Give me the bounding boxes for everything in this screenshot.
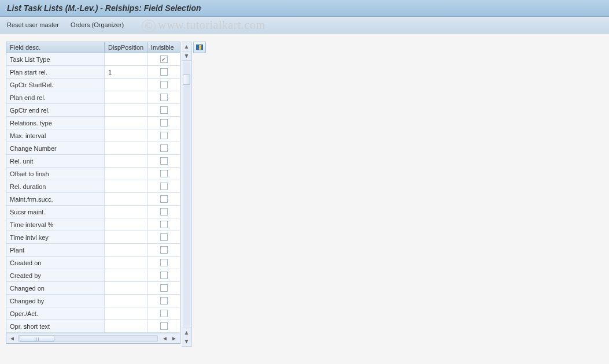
table-row[interactable]: GpCtr StartRel. bbox=[6, 79, 180, 91]
vertical-scrollbar[interactable]: ▲ ▼ ▲ ▼ bbox=[182, 42, 192, 347]
table-row[interactable]: Relations. type bbox=[6, 117, 180, 129]
invisible-checkbox[interactable] bbox=[160, 322, 168, 330]
cell-disp-position[interactable] bbox=[105, 206, 147, 218]
invisible-checkbox[interactable] bbox=[160, 183, 168, 190]
cell-invisible bbox=[147, 218, 180, 231]
invisible-checkbox[interactable] bbox=[160, 132, 168, 139]
cell-field-desc: GpCtr end rel. bbox=[6, 104, 105, 116]
cell-invisible bbox=[147, 104, 180, 116]
cell-disp-position[interactable] bbox=[105, 320, 147, 332]
reset-user-master-button[interactable]: Reset user master bbox=[7, 21, 59, 28]
cell-disp-position[interactable] bbox=[105, 53, 147, 65]
cell-disp-position[interactable] bbox=[105, 104, 147, 116]
table-row[interactable]: Sucsr maint. bbox=[6, 206, 180, 218]
table-settings-icon bbox=[196, 44, 203, 50]
table-row[interactable]: Changed on bbox=[6, 282, 180, 295]
table-row[interactable]: Created by bbox=[6, 269, 180, 282]
invisible-checkbox[interactable] bbox=[160, 119, 168, 127]
table-row[interactable]: Rel. duration bbox=[6, 180, 180, 193]
cell-disp-position[interactable] bbox=[105, 193, 147, 205]
table-row[interactable]: Offset to finsh bbox=[6, 168, 180, 180]
cell-disp-position[interactable] bbox=[105, 180, 147, 192]
orders-organizer-button[interactable]: Orders (Organizer) bbox=[71, 21, 124, 28]
invisible-checkbox[interactable] bbox=[160, 106, 168, 114]
column-header-field-desc[interactable]: Field desc. bbox=[6, 42, 105, 53]
table-row[interactable]: Plan end rel. bbox=[6, 91, 180, 104]
invisible-checkbox[interactable] bbox=[160, 284, 168, 292]
cell-disp-position[interactable] bbox=[105, 257, 147, 269]
invisible-checkbox[interactable] bbox=[160, 81, 168, 88]
cell-disp-position[interactable] bbox=[105, 79, 147, 91]
cell-field-desc: Oper./Act. bbox=[6, 307, 105, 320]
invisible-checkbox[interactable] bbox=[160, 259, 168, 266]
cell-disp-position[interactable] bbox=[105, 244, 147, 256]
v-scroll-thumb[interactable] bbox=[183, 75, 190, 85]
cell-invisible bbox=[147, 168, 180, 180]
table-row[interactable]: GpCtr end rel. bbox=[6, 104, 180, 117]
invisible-checkbox[interactable] bbox=[160, 170, 168, 177]
table-row[interactable]: Task List Type bbox=[6, 53, 180, 66]
scroll-up-icon[interactable]: ▲ bbox=[182, 42, 191, 51]
invisible-checkbox[interactable] bbox=[160, 195, 168, 203]
invisible-checkbox[interactable] bbox=[160, 157, 168, 165]
invisible-checkbox[interactable] bbox=[160, 221, 168, 228]
cell-disp-position[interactable] bbox=[105, 142, 147, 154]
column-header-invisible[interactable]: Invisible bbox=[147, 42, 180, 53]
cell-disp-position[interactable] bbox=[105, 129, 147, 142]
horizontal-scrollbar[interactable]: ◄ ◄ ► bbox=[6, 333, 180, 343]
v-scroll-track[interactable] bbox=[183, 62, 190, 326]
invisible-checkbox[interactable] bbox=[160, 68, 168, 76]
table-row[interactable]: Time intvl key bbox=[6, 231, 180, 244]
cell-disp-position[interactable] bbox=[105, 117, 147, 129]
table-row[interactable]: Oper./Act. bbox=[6, 307, 180, 320]
table-row[interactable]: Created on bbox=[6, 257, 180, 269]
invisible-checkbox[interactable] bbox=[160, 246, 168, 254]
cell-field-desc: Maint.frm.succ. bbox=[6, 193, 105, 205]
cell-disp-position[interactable] bbox=[105, 218, 147, 231]
invisible-checkbox[interactable] bbox=[160, 310, 168, 317]
scroll-right-icon-1[interactable]: ◄ bbox=[160, 336, 169, 341]
scroll-left-icon[interactable]: ◄ bbox=[8, 336, 17, 341]
cell-field-desc: Rel. duration bbox=[6, 180, 105, 192]
cell-field-desc: Plant bbox=[6, 244, 105, 256]
cell-disp-position[interactable] bbox=[105, 269, 147, 281]
invisible-checkbox[interactable] bbox=[160, 144, 168, 152]
cell-disp-position[interactable] bbox=[105, 168, 147, 180]
cell-field-desc: Changed on bbox=[6, 282, 105, 294]
cell-disp-position[interactable] bbox=[105, 231, 147, 243]
table-row[interactable]: Changed by bbox=[6, 295, 180, 307]
cell-disp-position[interactable] bbox=[105, 295, 147, 307]
cell-disp-position[interactable]: 1 bbox=[105, 66, 147, 78]
scroll-down-icon-small[interactable]: ▼ bbox=[182, 51, 191, 61]
cell-invisible bbox=[147, 282, 180, 294]
h-scroll-track[interactable] bbox=[18, 335, 158, 342]
cell-disp-position[interactable] bbox=[105, 155, 147, 167]
cell-disp-position[interactable] bbox=[105, 307, 147, 320]
field-selection-table: Field desc. DispPosition Invisible Task … bbox=[6, 42, 180, 344]
invisible-checkbox[interactable] bbox=[160, 233, 168, 241]
scroll-right-icon-2[interactable]: ► bbox=[169, 336, 179, 341]
table-row[interactable]: Rel. unit bbox=[6, 155, 180, 168]
table-row[interactable]: Plan start rel.1 bbox=[6, 66, 180, 79]
table-settings-button[interactable] bbox=[193, 42, 206, 53]
cell-invisible bbox=[147, 257, 180, 269]
table-row[interactable]: Change Number bbox=[6, 142, 180, 155]
table-row[interactable]: Time interval % bbox=[6, 218, 180, 231]
table-row[interactable]: Max. interval bbox=[6, 129, 180, 142]
invisible-checkbox[interactable] bbox=[160, 272, 168, 279]
table-row[interactable]: Plant bbox=[6, 244, 180, 257]
cell-field-desc: Max. interval bbox=[6, 129, 105, 142]
table-row[interactable]: Maint.frm.succ. bbox=[6, 193, 180, 206]
cell-invisible bbox=[147, 142, 180, 154]
invisible-checkbox[interactable] bbox=[160, 297, 168, 304]
column-header-disp-position[interactable]: DispPosition bbox=[105, 42, 147, 53]
invisible-checkbox[interactable] bbox=[160, 55, 168, 63]
scroll-down-icon-bottom[interactable]: ▼ bbox=[182, 337, 191, 346]
h-scroll-thumb[interactable] bbox=[20, 336, 54, 341]
table-row[interactable]: Opr. short text bbox=[6, 320, 180, 333]
cell-disp-position[interactable] bbox=[105, 282, 147, 294]
scroll-up-icon-bottom[interactable]: ▲ bbox=[182, 328, 191, 337]
invisible-checkbox[interactable] bbox=[160, 208, 168, 216]
cell-disp-position[interactable] bbox=[105, 91, 147, 103]
invisible-checkbox[interactable] bbox=[160, 94, 168, 101]
